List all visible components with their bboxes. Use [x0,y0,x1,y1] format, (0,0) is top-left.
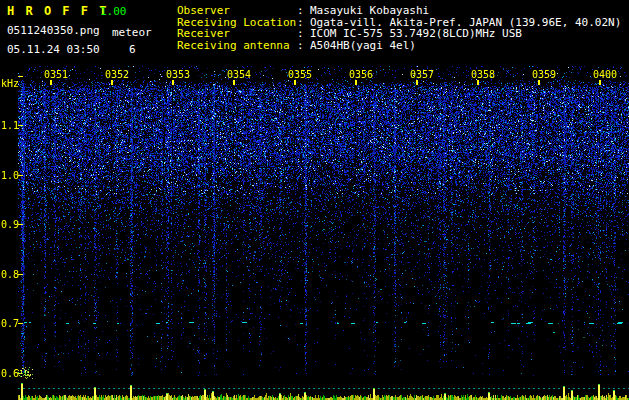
info-label: Observer [177,5,297,17]
info-label: Receiving antenna [177,40,297,52]
time-tick-label: 0351 [44,69,68,80]
freq-tick-label: 1.0 [1,170,19,181]
info-value: Masayuki Kobayashi [310,5,429,17]
freq-tick-label: 1.1 [1,120,19,131]
echo-count: 6 [129,43,136,56]
freq-tick-label: 0.8 [1,269,19,280]
freq-tick-label: 0.9 [1,219,19,230]
freq-tick-label: 0.6 [1,368,19,379]
time-tick-label: 0353 [166,69,190,80]
filename: 0511240350.png [7,24,100,37]
hrofft-screen: H R O F F T 1.00 0511240350.png meteor 0… [0,0,629,400]
info-row-observer: Observer : Masayuki Kobayashi [177,5,621,17]
spectrogram-canvas [0,62,629,400]
app-version: 1.00 [100,5,127,18]
time-tick-label: 0355 [288,69,312,80]
khz-unit-label: kHz [1,78,19,89]
time-tick-label: 0356 [349,69,373,80]
info-row-antenna: Receiving antenna : A504HB(yagi 4el) [177,40,621,52]
time-tick-label: 0400 [593,69,617,80]
info-colon: : [297,5,310,17]
observer-info: Observer : Masayuki Kobayashi Receiving … [177,5,621,51]
mode-label: meteor [112,26,152,39]
time-tick-label: 0354 [227,69,251,80]
info-colon: : [297,40,310,52]
time-tick-label: 0359 [532,69,556,80]
time-tick-label: 0358 [471,69,495,80]
info-value: A504HB(yagi 4el) [310,40,416,52]
time-tick-label: 0357 [410,69,434,80]
timestamp: 05.11.24 03:50 [7,43,100,56]
app-title: H R O F F T [7,4,108,18]
freq-tick-label: 0.7 [1,318,19,329]
time-tick-label: 0352 [105,69,129,80]
